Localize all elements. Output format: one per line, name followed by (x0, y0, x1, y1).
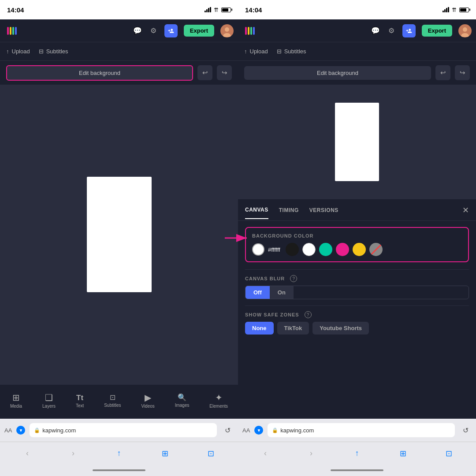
preset-teal[interactable] (319, 243, 332, 256)
tab-canvas[interactable]: CANVAS (245, 207, 268, 219)
canvas-area-left (0, 85, 238, 384)
edit-background-button-left[interactable]: Edit background (6, 65, 193, 81)
nav-item-layers[interactable]: ❑ Layers (42, 393, 56, 409)
nav-item-text[interactable]: Tt Text (76, 394, 84, 408)
canvas-blur-help-icon[interactable]: ? (290, 275, 297, 282)
home-bar-right (331, 469, 383, 471)
safe-zones-help-icon[interactable]: ? (305, 311, 312, 318)
chat-icon[interactable]: 💬 (133, 26, 142, 36)
settings-icon-right[interactable]: ⚙ (387, 26, 396, 36)
share-button-right[interactable]: ↑ (349, 446, 365, 461)
logo-left (4, 23, 19, 38)
status-icons-right: ⇈ (443, 7, 469, 13)
signal-icon (205, 7, 211, 12)
nav-item-subtitles[interactable]: ⊡ Subtitles (104, 394, 121, 408)
browser-controls-right: ‹ › ↑ ⊞ ⊡ (238, 442, 476, 465)
zone-none-button[interactable]: None (245, 322, 274, 335)
media-icon: ⊞ (12, 393, 20, 402)
subtitles-nav-icon: ⊡ (110, 394, 115, 401)
undo-button-left[interactable]: ↩ (197, 65, 212, 80)
current-color-swatch[interactable] (252, 243, 264, 256)
upload-icon: ↑ (6, 48, 9, 55)
blur-off-button[interactable]: Off (245, 286, 270, 299)
nav-label-videos: Videos (141, 404, 154, 409)
tabs-button-left[interactable]: ⊡ (203, 446, 219, 461)
url-bar-right[interactable]: 🔒 kapwing.com (268, 423, 455, 437)
redo-button-right[interactable]: ↪ (455, 65, 470, 80)
preset-white[interactable] (302, 243, 316, 256)
sheet-tabs: CANVAS TIMING VERSIONS ✕ (238, 199, 476, 221)
blur-on-button[interactable]: On (270, 286, 294, 299)
layers-icon: ❑ (45, 393, 53, 402)
aa-text-right[interactable]: AA (242, 427, 250, 434)
status-bar-right: 14:04 ⇈ (238, 0, 476, 19)
zone-tiktok-button[interactable]: TikTok (277, 322, 309, 335)
bookmarks-button-right[interactable]: ⊞ (395, 446, 411, 461)
nav-item-media[interactable]: ⊞ Media (10, 393, 22, 409)
nav-item-videos[interactable]: ▶ Videos (141, 393, 154, 409)
subtitles-item-right[interactable]: ⊟ Subtitles (277, 48, 306, 55)
refresh-button-right[interactable]: ↺ (459, 424, 472, 436)
tab-versions[interactable]: VERSIONS (309, 207, 338, 219)
upload-item-left[interactable]: ↑ Upload (6, 48, 30, 55)
url-bar-left[interactable]: 🔒 kapwing.com (30, 423, 217, 437)
sheet-content: BACKGROUND COLOR #ffffff (238, 221, 476, 419)
current-color-display[interactable]: #ffffff (252, 243, 280, 256)
home-indicator-left (0, 465, 238, 476)
nav-label-layers: Layers (42, 404, 56, 409)
status-bar-left: 14:04 ⇈ (0, 0, 238, 19)
top-toolbar-right: 💬 ⚙ Export (238, 19, 476, 42)
status-icons-left: ⇈ (205, 7, 231, 13)
svg-point-6 (463, 27, 467, 32)
upload-item-right[interactable]: ↑ Upload (244, 48, 268, 55)
preset-yellow[interactable] (353, 243, 366, 256)
chat-icon-right[interactable]: 💬 (371, 26, 380, 36)
divider-2 (245, 305, 469, 306)
zone-youtube-button[interactable]: Youtube Shorts (312, 322, 369, 335)
export-button-right[interactable]: Export (422, 25, 452, 37)
forward-button-left[interactable]: › (65, 446, 81, 461)
edit-bg-bar-right: Edit background ↩ ↪ (238, 61, 476, 85)
nav-item-images[interactable]: 🔍 Images (175, 394, 190, 408)
background-color-label: BACKGROUND COLOR (252, 233, 462, 238)
share-button-left[interactable]: ↑ (111, 446, 127, 461)
direction-arrow (225, 231, 251, 245)
avatar-right (458, 24, 472, 37)
undo-button-right[interactable]: ↩ (435, 65, 450, 80)
safe-zones-row: SHOW SAFE ZONES ? (245, 311, 469, 318)
toolbar-icons-right: 💬 ⚙ Export (371, 24, 472, 37)
divider-1 (245, 269, 469, 270)
export-button-left[interactable]: Export (184, 25, 214, 37)
nav-label-text: Text (76, 403, 84, 408)
no-color-swatch[interactable] (369, 243, 383, 256)
bottom-nav-left: ⊞ Media ❑ Layers Tt Text ⊡ Subtitles ▶ V… (0, 384, 238, 419)
back-button-right[interactable]: ‹ (257, 446, 273, 461)
redo-button-left[interactable]: ↪ (217, 65, 232, 80)
edit-background-button-right[interactable]: Edit background (244, 66, 431, 80)
add-user-button-right[interactable] (402, 24, 416, 37)
url-text-right: kapwing.com (280, 427, 314, 434)
preset-pink[interactable] (336, 243, 349, 256)
url-text-left: kapwing.com (42, 427, 76, 434)
add-user-button[interactable] (164, 24, 178, 37)
nav-label-media: Media (10, 404, 22, 409)
subtitles-icon-right: ⊟ (277, 48, 282, 55)
forward-button-right[interactable]: › (303, 446, 319, 461)
browser-bar-left: AA ▼ 🔒 kapwing.com ↺ (0, 419, 238, 442)
nav-item-elements[interactable]: ✦ Elements (209, 393, 228, 409)
aa-text-left[interactable]: AA (4, 427, 12, 434)
sheet-close-button[interactable]: ✕ (462, 205, 469, 220)
subtitles-item-left[interactable]: ⊟ Subtitles (39, 48, 68, 55)
reader-mode-right[interactable]: ▼ (254, 426, 263, 435)
elements-icon: ✦ (215, 393, 223, 402)
refresh-button-left[interactable]: ↺ (221, 424, 234, 436)
background-color-section: BACKGROUND COLOR #ffffff (245, 227, 469, 262)
status-time-left: 14:04 (7, 6, 24, 14)
bookmarks-button-left[interactable]: ⊞ (157, 446, 173, 461)
tabs-button-right[interactable]: ⊡ (441, 446, 457, 461)
back-button-left[interactable]: ‹ (19, 446, 35, 461)
settings-icon[interactable]: ⚙ (149, 26, 158, 36)
reader-mode-left[interactable]: ▼ (16, 426, 25, 435)
tab-timing[interactable]: TIMING (279, 207, 299, 219)
preset-black[interactable] (286, 243, 299, 256)
